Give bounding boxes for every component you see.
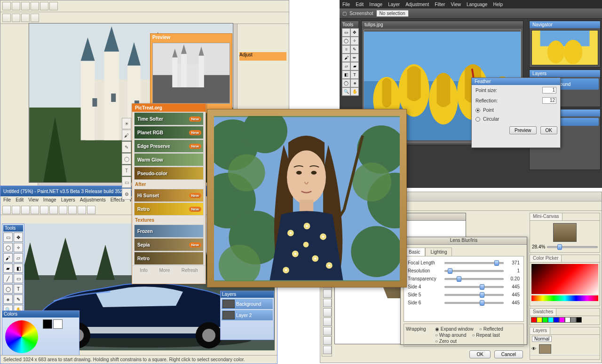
menu-file[interactable]: File — [342, 2, 350, 7]
fx-item[interactable]: Warm Glow — [134, 153, 204, 166]
tool-shape[interactable]: ◯ — [342, 79, 350, 87]
blend-dropdown[interactable]: Normal — [532, 336, 552, 342]
color-wheel[interactable] — [5, 320, 38, 353]
input-reflection[interactable]: 12 — [542, 97, 556, 104]
wrap-radio[interactable]: ○ Wrap around — [435, 333, 466, 338]
fx-more[interactable]: More — [159, 268, 170, 273]
layer-row[interactable]: Background — [222, 299, 273, 309]
wrap-radio[interactable]: ◉ Expand window — [435, 326, 474, 332]
tool-hand[interactable] — [323, 336, 332, 345]
tool-btn[interactable] — [59, 206, 67, 214]
tool-lasso[interactable]: ◯ — [342, 37, 350, 45]
tools-panel[interactable]: Tools ▭ ✥ ◯ ✧ 🖌 ▱ ▰ ◧ ╱ ▭ ◯ T ⎈ ✎ 🔍 ✋ — [2, 224, 24, 316]
tool-clone[interactable]: ⎈ — [3, 294, 13, 304]
swatch[interactable] — [570, 317, 576, 323]
tool-rect[interactable]: ▭ — [14, 274, 23, 283]
wrap-radio[interactable]: ○ Zero out — [435, 339, 457, 344]
tool-btn[interactable] — [31, 2, 39, 10]
fx-tool[interactable]: 🖌 — [122, 130, 131, 141]
fx-item[interactable]: Retro — [134, 252, 204, 265]
menu-lang[interactable]: Language — [467, 2, 488, 7]
fx-info[interactable]: Info — [140, 268, 148, 273]
tool-btn[interactable] — [87, 206, 95, 214]
menu-image[interactable]: Image — [43, 197, 56, 204]
swatch[interactable] — [537, 317, 542, 323]
menu-adjustment[interactable]: Adjustment — [405, 2, 429, 7]
swatch[interactable] — [554, 317, 559, 323]
tool-btn[interactable] — [12, 206, 20, 214]
tool-pencil[interactable]: ✏ — [350, 54, 359, 62]
fx-refresh[interactable]: Refresh — [182, 268, 198, 273]
swatch-tab[interactable]: Swatches — [530, 309, 556, 316]
toolbar-icon[interactable]: ▢ — [342, 11, 347, 16]
fx-tool[interactable]: ◯ — [122, 153, 131, 164]
tool-crop[interactable]: ⌗ — [342, 45, 350, 54]
radio-circular[interactable] — [475, 117, 480, 122]
tool-brush[interactable]: 🖌 — [3, 253, 13, 263]
hue-strip[interactable] — [531, 295, 598, 301]
dialog-ok-btn[interactable]: OK — [540, 126, 557, 134]
toolbar-dropdown[interactable]: No selection — [376, 10, 409, 17]
swatch[interactable] — [559, 317, 565, 323]
tool-fill[interactable]: ▰ — [350, 62, 359, 70]
tool-btn[interactable] — [21, 2, 30, 10]
menu-layer[interactable]: Layer — [388, 2, 400, 7]
swatch[interactable] — [576, 317, 582, 323]
tool-stamp[interactable]: ⎈ — [350, 79, 359, 87]
menu-adjust[interactable]: Adjustments — [80, 197, 106, 204]
tool-zoom[interactable]: 🔍 — [342, 87, 350, 96]
tool-gradient[interactable] — [323, 299, 332, 307]
color-gradient[interactable] — [531, 264, 598, 294]
tool-btn[interactable] — [49, 2, 58, 10]
tool-btn[interactable] — [40, 206, 48, 214]
tool-btn[interactable] — [68, 206, 77, 214]
tool-text[interactable] — [323, 327, 332, 335]
slider-res[interactable] — [444, 270, 504, 272]
menu-edit[interactable]: Edit — [16, 197, 24, 204]
tool-btn[interactable] — [31, 14, 39, 22]
tool-select[interactable]: ▭ — [3, 232, 13, 242]
colors-panel[interactable]: Colors — [2, 310, 79, 362]
menu-help[interactable]: Help — [493, 2, 503, 7]
fx-item[interactable]: SepiaNew — [134, 238, 204, 251]
slider-focal[interactable] — [444, 262, 504, 264]
dialog-preview-btn[interactable]: Preview — [509, 126, 537, 134]
swatch[interactable] — [548, 317, 554, 323]
swatch[interactable] — [531, 317, 537, 323]
menu-view[interactable]: View — [451, 2, 461, 7]
cancel-button[interactable]: Cancel — [494, 350, 523, 358]
primary-color[interactable] — [43, 319, 52, 329]
nav-tab[interactable]: Mini-Canvas — [530, 213, 562, 220]
tool-gradient[interactable]: ◧ — [14, 263, 23, 273]
tool-btn[interactable] — [12, 2, 20, 10]
tool-dodge[interactable] — [323, 318, 332, 326]
tool-hand[interactable]: ✋ — [350, 87, 359, 96]
fx-item[interactable]: Edge PreserveNew — [134, 139, 204, 153]
tool-eyedrop[interactable]: ✎ — [350, 45, 359, 54]
fx-item[interactable]: RetroNew — [134, 202, 204, 216]
tool-erase[interactable] — [323, 289, 332, 298]
input-pointsize[interactable]: 1 — [542, 87, 556, 93]
wrap-radio[interactable]: ○ Repeat last — [472, 333, 499, 338]
radio-point[interactable] — [475, 108, 480, 113]
fx-item[interactable]: Pseudo-color — [134, 167, 204, 180]
fx-tool[interactable]: ☀ — [122, 118, 131, 129]
fx-item[interactable]: Planet RGBNew — [134, 126, 204, 139]
menu-layers[interactable]: Layers — [61, 197, 75, 204]
tool-move[interactable]: ✥ — [350, 28, 359, 37]
fx-item[interactable]: Frozen — [134, 225, 204, 238]
ok-button[interactable]: OK — [469, 350, 490, 358]
tool-blur[interactable] — [323, 308, 332, 317]
tool-fill[interactable]: ▰ — [3, 263, 13, 273]
navigator-thumb[interactable] — [531, 30, 598, 65]
tool-btn[interactable] — [49, 206, 58, 214]
tool-wand[interactable]: ✧ — [350, 37, 359, 45]
zoom-slider[interactable] — [547, 246, 598, 248]
tool-btn[interactable] — [21, 14, 30, 22]
fx-tool[interactable]: T — [122, 165, 131, 176]
eye-icon[interactable]: 👁 — [531, 346, 537, 352]
tool-lasso[interactable]: ◯ — [3, 243, 13, 252]
layer-row[interactable]: Layer 2 — [222, 310, 273, 320]
tool-erase[interactable]: ▱ — [14, 253, 23, 263]
fx-tool[interactable]: ✎ — [122, 141, 131, 153]
